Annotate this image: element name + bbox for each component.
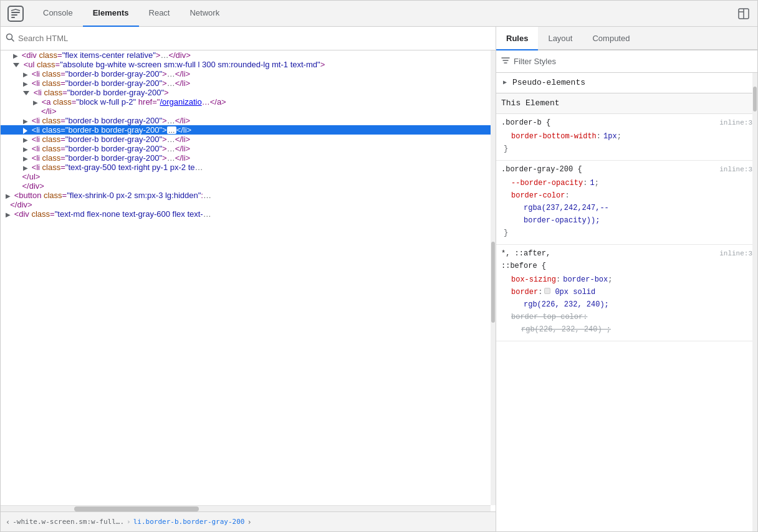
css-value-continuation: rgba(237,242,247,-- bbox=[501, 202, 752, 214]
expand-icon: ▶ bbox=[23, 146, 28, 153]
css-value-continuation: border-opacity)); bbox=[501, 214, 752, 227]
dom-line[interactable]: ▶ <div class="flex items-center relative… bbox=[1, 50, 491, 60]
tab-bar-end bbox=[735, 5, 752, 22]
breadcrumb-bar: ‹ -white.w-screen.sm:w-full…. › li.borde… bbox=[1, 511, 496, 531]
dom-line-selected[interactable]: <li class="border-b border-gray-200">…</… bbox=[1, 125, 491, 135]
dom-line[interactable]: ▶ <li class="border-b border-gray-200">…… bbox=[1, 135, 491, 144]
expand-icon: ▶ bbox=[13, 52, 18, 59]
filter-label: Filter Styles bbox=[514, 57, 556, 66]
pseudo-toggle-icon: ▶ bbox=[501, 79, 509, 87]
dom-line[interactable]: </div> bbox=[1, 200, 491, 209]
tab-elements[interactable]: Elements bbox=[83, 1, 139, 27]
layout-icon-button[interactable] bbox=[735, 5, 752, 22]
css-value-continuation-strikethrough: rgb(226, 232, 240) ; bbox=[501, 323, 752, 336]
dom-tree[interactable]: ▶ <div class="flex items-center relative… bbox=[1, 50, 491, 505]
devtools-logo bbox=[6, 4, 26, 24]
svg-rect-0 bbox=[8, 6, 23, 21]
expand-icon: ▶ bbox=[23, 136, 28, 143]
expand-icon: ▶ bbox=[23, 118, 28, 125]
dom-h-scrollbar-thumb[interactable] bbox=[74, 506, 199, 511]
styles-panel: Rules Layout Computed Filter Styles bbox=[496, 27, 757, 531]
dom-line[interactable]: ▶ <li class="border-b border-gray-200">…… bbox=[1, 78, 491, 88]
breadcrumb-back[interactable]: ‹ bbox=[6, 518, 10, 526]
svg-rect-1 bbox=[11, 12, 20, 13]
pseudo-elements-row[interactable]: ▶ Pseudo-elements bbox=[496, 73, 757, 93]
breadcrumb-current: li.border-b.border-gray-200 bbox=[133, 518, 245, 526]
expand-icon: ▶ bbox=[23, 155, 28, 162]
styles-content[interactable]: ▶ Pseudo-elements This Element .border-b… bbox=[496, 73, 757, 531]
dom-line[interactable]: <li class="border-b border-gray-200"> bbox=[1, 88, 491, 97]
tab-rules[interactable]: Rules bbox=[496, 27, 538, 50]
collapse-icon bbox=[13, 63, 19, 67]
expand-icon: ▶ bbox=[33, 99, 38, 106]
tab-react[interactable]: React bbox=[139, 1, 180, 27]
dom-line[interactable]: ▶ <a class="block w-full p-2" href="/org… bbox=[1, 97, 491, 107]
svg-line-8 bbox=[12, 39, 14, 42]
color-swatch bbox=[544, 288, 550, 294]
dom-line[interactable]: ▶ <li class="text-gray-500 text-right py… bbox=[1, 163, 491, 172]
css-property: border-color : bbox=[501, 189, 752, 202]
expand-icon: ▶ bbox=[6, 192, 11, 199]
dom-line[interactable]: ▶ <button class="flex-shrink-0 px-2 sm:p… bbox=[1, 191, 491, 200]
tab-console[interactable]: Console bbox=[33, 1, 83, 27]
dom-scrollbar[interactable] bbox=[491, 50, 496, 505]
selector-name: .border-b { bbox=[501, 116, 550, 129]
rule-source: inline:3 bbox=[719, 163, 752, 176]
css-property: --border-opacity : 1 ; bbox=[501, 177, 752, 189]
css-property: border-bottom-width : 1px ; bbox=[501, 130, 752, 143]
css-value-continuation: rgb(226, 232, 240); bbox=[501, 298, 752, 311]
tab-bar: Console Elements React Network bbox=[1, 1, 757, 27]
css-property: border : 0px solid bbox=[501, 286, 752, 298]
expand-icon: ▶ bbox=[6, 211, 11, 218]
dom-line[interactable]: ▶ <li class="border-b border-gray-200">…… bbox=[1, 116, 491, 125]
filter-bar: Filter Styles bbox=[496, 50, 757, 73]
selector-name: *, ::after,::before { bbox=[501, 247, 550, 272]
expand-icon: ▶ bbox=[23, 164, 28, 171]
dom-line[interactable]: ▶ <li class="border-b border-gray-200">…… bbox=[1, 144, 491, 153]
search-input[interactable] bbox=[18, 34, 491, 43]
rule-selector: *, ::after,::before { inline:3 bbox=[501, 247, 752, 272]
devtools-container: Console Elements React Network bbox=[0, 0, 758, 532]
search-bar bbox=[1, 27, 496, 50]
search-icon bbox=[6, 33, 14, 44]
css-property-strikethrough: border top color : bbox=[501, 311, 752, 323]
selector-name: .border-gray-200 { bbox=[501, 163, 582, 176]
expand-icon-selected bbox=[23, 128, 27, 134]
rule-selector: .border-gray-200 { inline:3 bbox=[501, 163, 752, 176]
breadcrumb-path: -white.w-screen.sm:w-full…. bbox=[12, 518, 124, 526]
tab-layout[interactable]: Layout bbox=[538, 27, 582, 50]
dom-line[interactable]: ▶ <li class="border-b border-gray-200">…… bbox=[1, 153, 491, 163]
dom-line[interactable]: </li> bbox=[1, 107, 491, 116]
rule-block-border-gray: .border-gray-200 { inline:3 --border-opa… bbox=[496, 161, 757, 245]
expand-icon: ▶ bbox=[23, 80, 28, 87]
styles-scrollbar-thumb[interactable] bbox=[753, 87, 757, 112]
dom-line[interactable]: </ul> bbox=[1, 172, 491, 181]
rule-selector: .border-b { inline:3 bbox=[501, 116, 752, 129]
tab-network[interactable]: Network bbox=[180, 1, 229, 27]
svg-rect-2 bbox=[11, 14, 17, 16]
rule-close: } bbox=[501, 143, 752, 155]
this-element-label: This Element bbox=[496, 93, 757, 114]
dom-line[interactable]: </div> bbox=[1, 181, 491, 191]
styles-scrollbar[interactable] bbox=[752, 73, 757, 531]
dom-scrollbar-thumb[interactable] bbox=[491, 242, 495, 323]
svg-rect-3 bbox=[11, 17, 15, 18]
dom-tree-wrapper: ▶ <div class="flex items-center relative… bbox=[1, 50, 496, 511]
dom-line[interactable]: ▶ <div class="text-md flex-none text-gra… bbox=[1, 209, 491, 219]
dom-line[interactable]: <ul class="absolute bg-white w-screen sm… bbox=[1, 60, 491, 69]
collapse-icon bbox=[23, 91, 29, 95]
tab-computed[interactable]: Computed bbox=[582, 27, 640, 50]
filter-icon bbox=[501, 56, 510, 67]
styles-tabs: Rules Layout Computed bbox=[496, 27, 757, 50]
breadcrumb-separator: › bbox=[127, 518, 131, 526]
rule-source: inline:3 bbox=[719, 247, 752, 260]
breadcrumb-forward[interactable]: › bbox=[247, 518, 251, 526]
pseudo-elements-label: Pseudo-elements bbox=[512, 77, 585, 89]
dom-panel: ▶ <div class="flex items-center relative… bbox=[1, 27, 496, 531]
expand-icon: ▶ bbox=[23, 71, 28, 78]
dom-line[interactable]: ▶ <li class="border-b border-gray-200">…… bbox=[1, 69, 491, 78]
main-content: ▶ <div class="flex items-center relative… bbox=[1, 27, 757, 531]
rule-block-universal: *, ::after,::before { inline:3 box-sizin… bbox=[496, 245, 757, 341]
rule-close: } bbox=[501, 227, 752, 239]
dom-h-scrollbar[interactable] bbox=[1, 505, 491, 511]
